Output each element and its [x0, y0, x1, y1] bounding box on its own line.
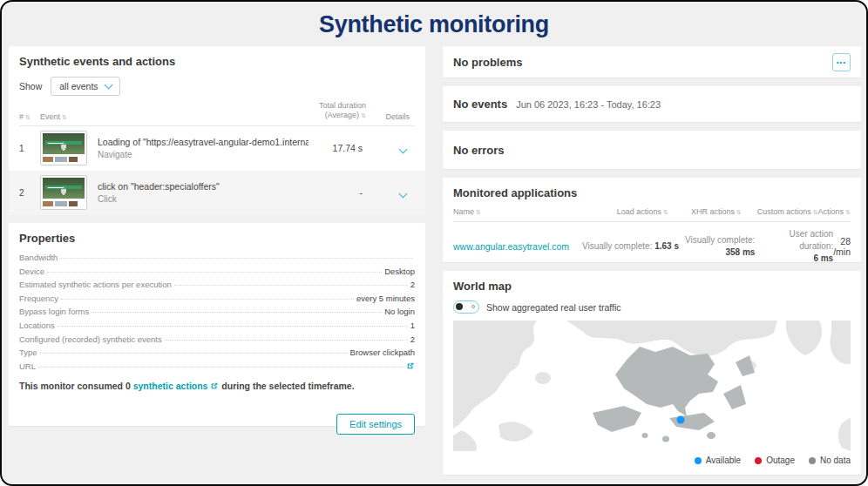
- event-type: Navigate: [98, 150, 309, 159]
- nodata-dot-icon: [809, 457, 816, 464]
- world-map-title: World map: [453, 280, 851, 293]
- property-value: Desktop: [384, 267, 415, 276]
- monitored-applications-panel: Monitored applications Name⇅ Load action…: [443, 178, 861, 262]
- table-row[interactable]: 2 click on "header:specialoffers" Click …: [9, 171, 425, 215]
- sort-icon: ⇅: [25, 114, 31, 120]
- toggle-off-ring-icon: [471, 305, 475, 308]
- property-row: Frequencyevery 5 minutes: [19, 294, 415, 307]
- thumbnail-strip: [43, 200, 85, 207]
- name-column-label: Name: [453, 207, 474, 216]
- event-filter-dropdown[interactable]: all events: [51, 77, 119, 96]
- expand-details-button[interactable]: [363, 140, 415, 156]
- events-table-header: #⇅ Event⇅ Total duration (Average)⇅ Deta…: [19, 98, 415, 126]
- properties-panel-title: Properties: [19, 232, 415, 245]
- legend-label: Available: [706, 456, 741, 465]
- world-map[interactable]: [453, 321, 851, 451]
- actions-column-label: Actions: [818, 207, 844, 216]
- legend-item-outage: Outage: [755, 456, 795, 465]
- property-value: No login: [384, 307, 415, 316]
- chevron-down-icon: [399, 190, 408, 199]
- sort-by-actions[interactable]: Actions⇅: [818, 207, 851, 216]
- event-title: click on "header:specialoffers": [98, 181, 220, 192]
- chevron-down-icon: [104, 81, 112, 90]
- sort-by-name[interactable]: Name⇅: [453, 207, 573, 216]
- legend-label: Outage: [766, 456, 795, 465]
- property-row: Bandwidth: [19, 253, 415, 267]
- event-column-label: Event: [40, 112, 60, 121]
- property-row: Configured (recorded) synthetic events2: [19, 334, 415, 348]
- consumption-prefix: This monitor consumed 0: [19, 381, 131, 391]
- property-value: 1: [410, 321, 415, 330]
- expand-details-button[interactable]: [363, 185, 415, 200]
- properties-panel: Properties Bandwidth DeviceDesktop Estim…: [9, 223, 425, 426]
- property-label: Bandwidth: [19, 253, 58, 262]
- sort-by-event[interactable]: Event⇅: [40, 112, 312, 121]
- page-title: Synthetic monitoring: [319, 11, 549, 37]
- url-external-link[interactable]: [406, 361, 415, 371]
- actions-rate: 28 /min: [833, 236, 851, 257]
- sort-icon: ⇅: [476, 209, 481, 215]
- sort-by-load-actions[interactable]: Load actions⇅: [573, 207, 668, 216]
- real-user-traffic-toggle[interactable]: [453, 300, 479, 314]
- property-value: every 5 minutes: [356, 294, 415, 303]
- property-row: Estimated synthetic actions per executio…: [19, 280, 415, 294]
- map-legend: Available Outage No data: [453, 456, 851, 465]
- no-events-title: No events: [453, 98, 507, 111]
- property-row: Bypass login formsNo login: [19, 307, 415, 321]
- sort-icon: ⇅: [62, 114, 67, 120]
- custom-column-label: Custom actions: [757, 207, 811, 216]
- map-marker-available: [677, 416, 685, 424]
- legend-item-available: Available: [695, 456, 741, 465]
- events-panel-title: Synthetic events and actions: [19, 55, 415, 68]
- synthetic-actions-link[interactable]: synthetic actions: [133, 381, 208, 391]
- property-label: Estimated synthetic actions per executio…: [19, 280, 172, 289]
- sort-by-custom-actions[interactable]: Custom actions⇅: [742, 207, 818, 216]
- world-map-panel: World map Show aggregated real user traf…: [443, 271, 861, 475]
- toggle-knob: [456, 303, 463, 310]
- thumbnail-photo: [43, 133, 85, 154]
- property-label: Type: [19, 348, 37, 357]
- problems-panel: No problems •••: [443, 46, 861, 78]
- property-row: DeviceDesktop: [19, 267, 415, 280]
- load-column-label: Load actions: [617, 207, 661, 216]
- event-title: Loading of "https://easytravel-angular-d…: [98, 137, 309, 147]
- toggle-label: Show aggregated real user traffic: [486, 302, 620, 313]
- event-duration: 17.74 s: [309, 143, 363, 153]
- property-value: 2: [410, 334, 415, 344]
- show-filter-label: Show: [19, 81, 42, 91]
- page-header: Synthetic monitoring: [2, 2, 866, 46]
- chevron-down-icon: [399, 145, 408, 154]
- property-row: URL: [19, 361, 415, 375]
- no-errors-title: No errors: [453, 144, 505, 157]
- event-type: Click: [98, 194, 220, 204]
- custom-actions-metric: User action duration:6 ms: [755, 228, 833, 265]
- problems-title: No problems: [453, 56, 522, 69]
- legend-item-nodata: No data: [809, 456, 851, 465]
- duration-column-label: Total duration (Average): [319, 101, 366, 119]
- event-thumbnail: [40, 131, 87, 165]
- outage-dot-icon: [755, 457, 762, 464]
- more-options-button[interactable]: •••: [832, 53, 851, 71]
- more-options-icon: •••: [837, 58, 846, 66]
- property-label: Locations: [19, 321, 55, 330]
- event-duration: -: [309, 187, 363, 198]
- event-index: 2: [19, 188, 40, 198]
- sort-by-xhr-actions[interactable]: XHR actions⇅: [668, 207, 742, 216]
- edit-settings-button[interactable]: Edit settings: [336, 414, 415, 435]
- event-thumbnail: [40, 175, 87, 210]
- consumption-note: This monitor consumed 0 synthetic action…: [19, 381, 415, 391]
- xhr-actions-metric: Visually complete:358 ms: [680, 234, 755, 259]
- table-row: www.angular.easytravel.com Visually comp…: [453, 222, 851, 265]
- thumbnail-photo: [43, 178, 85, 199]
- load-actions-metric: Visually complete: 1.63 s: [582, 240, 680, 253]
- external-link-icon: [210, 381, 219, 390]
- sort-by-index[interactable]: #⇅: [19, 112, 40, 121]
- property-label: URL: [19, 361, 36, 371]
- application-link[interactable]: www.angular.easytravel.com: [453, 241, 582, 252]
- sort-icon: ⇅: [845, 209, 851, 215]
- table-row[interactable]: 1 Loading of "https://easytravel-angular…: [9, 126, 425, 171]
- property-label: Frequency: [19, 294, 58, 303]
- synthetic-events-panel: Synthetic events and actions Show all ev…: [9, 46, 425, 213]
- sort-by-duration[interactable]: Total duration (Average)⇅: [312, 101, 366, 121]
- property-row: TypeBrowser clickpath: [19, 348, 415, 361]
